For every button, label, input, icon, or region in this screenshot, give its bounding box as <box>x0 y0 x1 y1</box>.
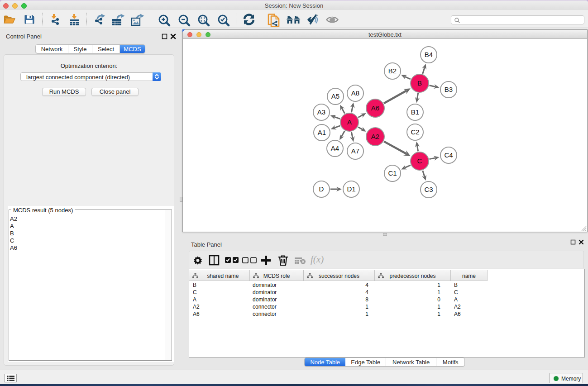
svg-text:C1: C1 <box>388 169 397 177</box>
svg-text:A2: A2 <box>371 133 379 140</box>
svg-text:B2: B2 <box>388 67 397 75</box>
svg-text:A7: A7 <box>351 147 359 155</box>
svg-text:C3: C3 <box>424 186 433 193</box>
svg-text:B4: B4 <box>425 51 433 58</box>
svg-text:A8: A8 <box>351 89 359 97</box>
svg-text:B1: B1 <box>411 108 419 116</box>
svg-text:D: D <box>319 185 324 193</box>
svg-text:A5: A5 <box>331 92 339 100</box>
svg-text:D1: D1 <box>347 185 355 193</box>
svg-text:B: B <box>417 79 422 87</box>
svg-text:C2: C2 <box>411 128 419 136</box>
svg-text:A6: A6 <box>371 104 379 112</box>
svg-text:A: A <box>347 118 352 126</box>
svg-text:B3: B3 <box>445 86 453 93</box>
svg-text:C: C <box>417 157 422 165</box>
svg-text:A1: A1 <box>318 129 326 136</box>
svg-text:A4: A4 <box>331 144 339 152</box>
svg-text:C4: C4 <box>444 151 453 159</box>
svg-text:A3: A3 <box>317 108 325 116</box>
